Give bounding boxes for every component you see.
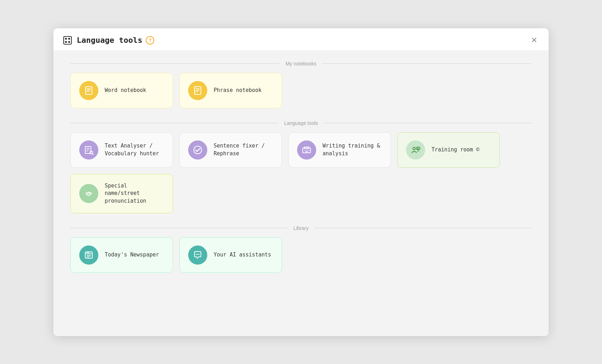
section-library: Library [70,225,532,273]
training-room-icon [406,140,425,160]
svg-rect-0 [64,36,71,44]
svg-rect-38 [87,252,89,253]
section-label-language-tools: Language tools [278,120,324,127]
divider-line-lib-right [314,228,532,228]
card-newspaper[interactable]: Today's Newspaper [70,237,173,273]
phrase-notebook-icon [188,81,207,100]
svg-point-21 [194,146,202,154]
help-icon[interactable]: ? [146,36,154,45]
main-window: Language tools ? ✕ My notebooks [53,28,549,336]
divider-line-lt-right [324,123,532,123]
section-header-language-tools: Language tools [70,120,532,127]
card-ai-assistants[interactable]: Your AI assistants [179,237,282,273]
svg-point-24 [305,150,305,150]
divider-line-lt-left [70,123,278,123]
word-notebook-label: Word notebook [105,87,146,94]
special-name-icon [79,184,98,203]
svg-rect-14 [194,87,195,93]
app-icon [62,35,73,46]
svg-point-29 [413,147,416,150]
newspaper-label: Today's Newspaper [105,251,159,259]
writing-training-icon [297,140,316,160]
section-label-notebooks: My notebooks [280,60,322,67]
text-analyser-icon [79,140,98,160]
card-phrase-notebook[interactable]: Phrase notebook [179,73,282,108]
close-button[interactable]: ✕ [528,35,540,46]
word-notebook-icon [79,81,98,100]
language-tools-row1: Text Analyser /Vocabulary hunter Sentenc… [70,132,532,168]
main-content: My notebooks Word n [53,50,549,336]
svg-rect-3 [65,41,67,43]
section-language-tools: Language tools [70,120,532,213]
section-header-library: Library [70,225,532,232]
titlebar: Language tools ? ✕ [53,28,549,50]
svg-point-26 [307,150,308,150]
section-notebooks: My notebooks Word n [70,60,532,108]
card-special-name[interactable]: Special name/streetpronunciation [70,174,173,213]
ai-assistants-label: Your AI assistants [214,251,271,259]
svg-line-17 [92,154,93,155]
newspaper-icon [79,245,98,265]
section-header-notebooks: My notebooks [70,60,532,67]
titlebar-left: Language tools ? [62,35,154,46]
card-text-analyser[interactable]: Text Analyser /Vocabulary hunter [70,132,173,168]
svg-point-25 [306,150,307,150]
svg-rect-4 [68,41,70,43]
svg-rect-9 [85,87,86,93]
writing-training-label: Writing training &analysis [323,142,380,158]
library-row: Today's Newspaper Your AI assistants [70,237,532,273]
phrase-notebook-label: Phrase notebook [214,87,261,94]
divider-line-right [322,63,532,64]
card-word-notebook[interactable]: Word notebook [70,73,173,108]
divider-line-left [70,63,280,64]
text-analyser-label: Text Analyser /Vocabulary hunter [105,142,159,158]
training-room-label: Training room © [432,146,479,154]
svg-rect-1 [65,38,67,40]
notebooks-row: Word notebook Phrase notebook [70,73,532,108]
app-title: Language tools [77,36,142,45]
card-training-room[interactable]: Training room © [397,132,500,168]
divider-line-lib-left [70,228,288,228]
card-writing-training[interactable]: Writing training &analysis [288,132,391,168]
svg-point-40 [197,254,198,255]
card-sentence-fixer[interactable]: Sentence fixer /Rephrase [179,132,282,168]
svg-rect-2 [68,38,70,40]
ai-assistants-icon [188,245,207,265]
sentence-fixer-icon [188,140,207,160]
svg-rect-5 [86,87,92,94]
svg-point-39 [196,254,197,255]
svg-point-27 [309,150,309,150]
svg-point-41 [199,254,200,255]
special-name-label: Special name/streetpronunciation [105,182,164,205]
svg-rect-28 [305,151,308,152]
section-label-library: Library [288,225,314,232]
language-tools-row2: Special name/streetpronunciation [70,174,532,213]
svg-rect-10 [195,87,201,94]
sentence-fixer-label: Sentence fixer /Rephrase [214,142,265,158]
